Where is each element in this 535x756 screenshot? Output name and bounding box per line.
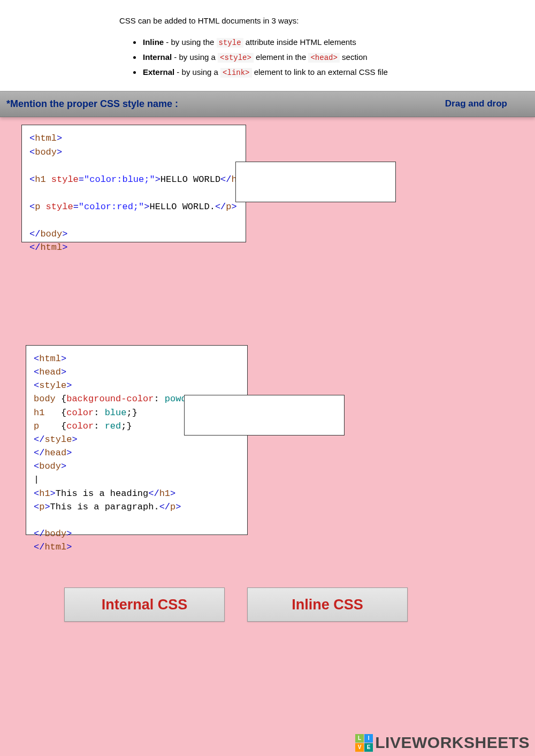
code-example-internal: <html> <head> <style> body {background-c…: [26, 345, 248, 535]
intro-list: Inline - by using the style attribute in…: [142, 35, 535, 80]
drag-tile-internal[interactable]: Internal CSS: [64, 587, 225, 622]
instruction-hint: Drag and drop: [445, 98, 507, 109]
intro-item-internal: Internal - by using a <style> element in…: [142, 50, 535, 65]
watermark-logo-icon: L I V E: [355, 734, 373, 752]
drop-target-1[interactable]: [235, 162, 396, 202]
intro-item-inline: Inline - by using the style attribute in…: [142, 35, 535, 50]
watermark-text: LIVEWORKSHEETS: [375, 734, 530, 752]
drag-label: Inline CSS: [292, 597, 363, 613]
drag-tile-inline[interactable]: Inline CSS: [247, 587, 408, 622]
drag-label: Internal CSS: [102, 597, 188, 613]
intro-panel: CSS can be added to HTML documents in 3 …: [0, 0, 535, 91]
intro-item-external: External - by using a <link> element to …: [142, 65, 535, 80]
drop-target-2[interactable]: [184, 395, 345, 436]
instruction-bar: *Mention the proper CSS style name : Dra…: [0, 91, 535, 117]
code-example-inline: <html> <body> <h1 style="color:blue;">HE…: [21, 125, 246, 242]
instruction-title: *Mention the proper CSS style name :: [6, 98, 178, 110]
intro-text: CSS can be added to HTML documents in 3 …: [119, 16, 535, 25]
watermark: L I V E LIVEWORKSHEETS: [355, 734, 530, 752]
